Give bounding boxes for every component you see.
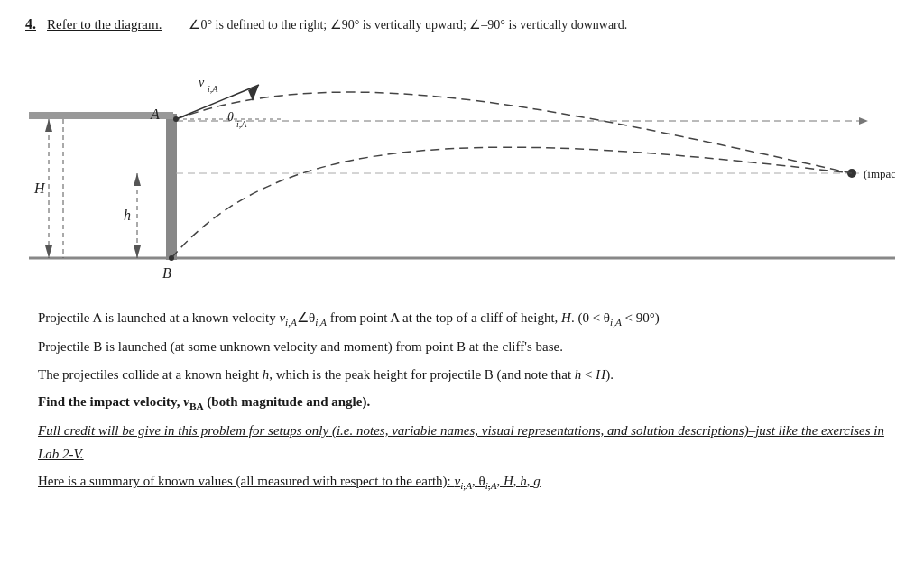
svg-marker-13 bbox=[45, 245, 52, 258]
svg-rect-1 bbox=[166, 114, 177, 260]
paragraph-6: Here is a summary of known values (all m… bbox=[38, 470, 886, 495]
svg-text:H: H bbox=[33, 180, 46, 196]
problem-title: Refer to the diagram. bbox=[47, 17, 162, 32]
svg-text:i,A: i,A bbox=[236, 119, 247, 129]
svg-marker-4 bbox=[859, 117, 868, 125]
diagram-area: A B H h v i,A θ i,A (impact point) bbox=[29, 40, 895, 292]
svg-marker-12 bbox=[45, 119, 52, 132]
svg-text:h: h bbox=[124, 208, 131, 223]
angle-definitions: ∠0° is defined to the right; ∠90° is ver… bbox=[189, 17, 627, 32]
svg-text:v: v bbox=[199, 76, 205, 89]
svg-point-20 bbox=[169, 255, 174, 261]
svg-text:B: B bbox=[162, 265, 171, 281]
paragraph-1: Projectile A is launched at a known velo… bbox=[38, 307, 886, 331]
paragraph-4: Find the impact velocity, vBA (both magn… bbox=[38, 391, 886, 415]
paragraph-2: Projectile B is launched (at some unknow… bbox=[38, 336, 886, 359]
svg-marker-15 bbox=[134, 173, 141, 186]
svg-point-18 bbox=[173, 116, 179, 122]
problem-header: 4. Refer to the diagram. ∠0° is defined … bbox=[25, 16, 899, 32]
problem-number: 4. bbox=[25, 16, 36, 32]
full-credit-text: Full credit will be give in this problem… bbox=[38, 423, 328, 438]
known-values-text: Here is a summary of known values (all m… bbox=[38, 474, 541, 488]
svg-text:(impact point): (impact point) bbox=[864, 167, 895, 180]
svg-text:θ: θ bbox=[227, 110, 234, 124]
svg-marker-16 bbox=[134, 245, 141, 258]
paragraph-3: The projectiles collide at a known heigh… bbox=[38, 364, 886, 387]
svg-text:i,A: i,A bbox=[208, 84, 218, 94]
svg-text:A: A bbox=[150, 106, 160, 122]
paragraph-5: Full credit will be give in this problem… bbox=[38, 420, 886, 466]
problem-text: Projectile A is launched at a known velo… bbox=[38, 307, 886, 495]
diagram-svg: A B H h v i,A θ i,A (impact point) bbox=[29, 40, 895, 292]
